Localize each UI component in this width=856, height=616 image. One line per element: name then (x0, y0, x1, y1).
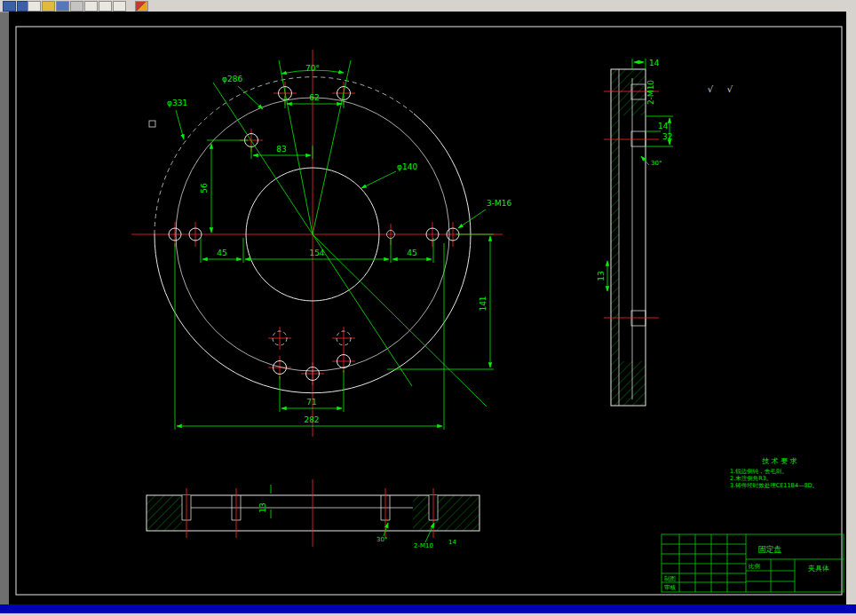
application-window: 70° 62 φ286 φ331 φ140 83 56 45 154 45 14… (0, 0, 856, 616)
new-file-icon[interactable] (28, 1, 41, 12)
cut-icon[interactable] (113, 1, 126, 12)
drawing-canvas[interactable] (9, 12, 846, 604)
menu-fragment-icon[interactable] (3, 1, 16, 12)
status-bar (0, 604, 856, 613)
open-file-icon[interactable] (42, 1, 55, 12)
window-right-edge (846, 12, 856, 604)
print-icon[interactable] (70, 1, 83, 12)
save-file-icon[interactable] (56, 1, 69, 12)
spell-check-icon[interactable] (99, 1, 112, 12)
special-tool-icon[interactable] (135, 1, 148, 12)
print-preview-icon[interactable] (84, 1, 98, 12)
toolbar (0, 0, 856, 12)
